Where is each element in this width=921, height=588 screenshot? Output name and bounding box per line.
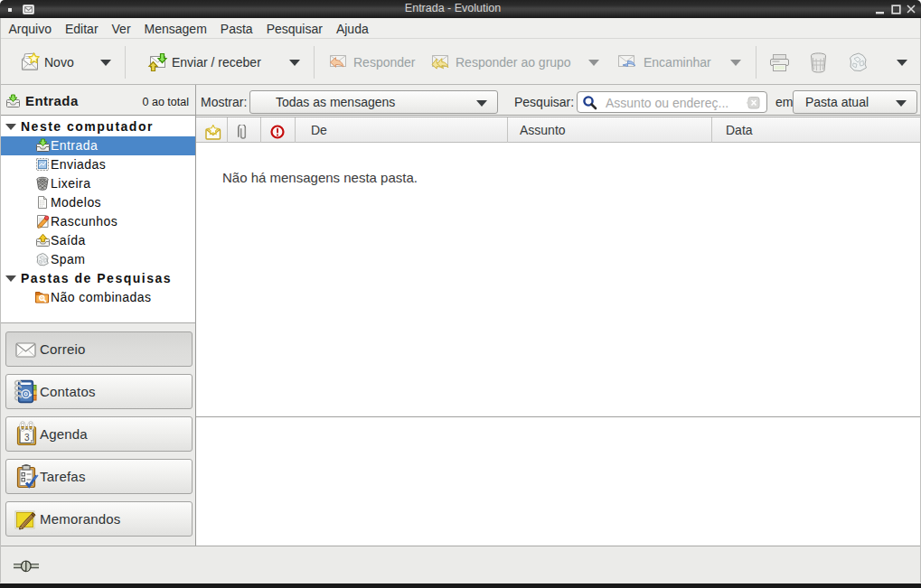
svg-text:3: 3 (24, 433, 30, 443)
